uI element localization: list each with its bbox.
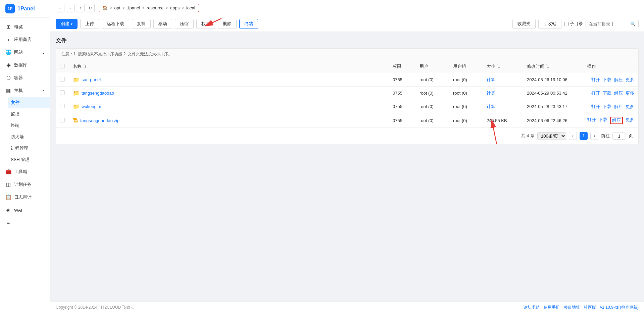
sidebar-item-audit[interactable]: 📋 日志审计 [0,191,50,204]
row3-more-link[interactable]: 更多 [626,104,634,110]
row2-open-link[interactable]: 打开 [591,90,600,96]
sidebar-item-overview[interactable]: ⊞ 概览 [0,20,50,33]
row3-size-link[interactable]: 计算 [487,104,495,109]
sidebar-item-waf[interactable]: ◈ WAF [0,204,50,216]
upload-button[interactable]: 上传 [80,19,99,29]
audit-icon: 📋 [5,194,11,200]
row2-size-link[interactable]: 计算 [487,91,495,96]
home-icon[interactable]: 🏠 [102,5,108,10]
row3-check [56,100,69,113]
recycle-button[interactable]: 回收站 [538,19,561,29]
sidebar-item-host[interactable]: ▦ 主机 ∧ [0,84,50,97]
breadcrumb-local[interactable]: local [186,5,195,10]
row2-download-link[interactable]: 下载 [603,90,611,96]
subdir-checkbox[interactable] [564,22,568,26]
breadcrumb-apps[interactable]: apps [170,5,180,10]
sort-size-icon[interactable]: ⇅ [497,64,500,69]
select-all-checkbox[interactable] [60,64,65,68]
row3-checkbox[interactable] [60,104,65,108]
row1-actions: 打开 下载 解压 更多 [583,73,638,87]
row2-decompress-link[interactable]: 解压 [614,90,623,96]
move-button[interactable]: 移动 [153,19,172,29]
copyright-text: Copyright © 2014-2024 FIT2CLOUD 飞致云 [56,305,134,310]
page-label: 页 [629,133,633,139]
up-button[interactable]: ↑ [76,4,85,12]
create-button[interactable]: 创建 ▾ [56,19,78,29]
file-name-link[interactable]: tangsengdaodao.zip [80,118,119,123]
page-goto-input[interactable] [612,133,626,140]
refresh-button[interactable]: ↻ [86,4,95,12]
breadcrumb-1panel[interactable]: 1panel [127,5,140,10]
row1-decompress-link[interactable]: 解压 [614,77,623,83]
sidebar-item-cron[interactable]: ◫ 计划任务 [0,178,50,191]
folder-icon: 📁 [73,103,80,110]
sidebar-item-toolbox[interactable]: 🧰 工具箱 [0,165,50,178]
row4-checkbox[interactable] [60,118,65,122]
back-button[interactable]: ← [56,4,64,12]
row4-download-link[interactable]: 下载 [599,117,607,124]
row4-more-link[interactable]: 更多 [626,117,634,124]
sort-name-icon[interactable]: ⇅ [83,64,87,69]
row1-checkbox[interactable] [60,77,65,82]
file-name-link[interactable]: wukongim [82,104,101,109]
page-title: 文件 [56,37,639,44]
sidebar-item-container[interactable]: ⬡ 容器 [0,71,50,84]
favorites-button[interactable]: 收藏夹 [512,19,536,29]
footer-community-link[interactable]: 社区版：v1.10.9-lts (检查更新) [584,305,639,310]
remote-download-button[interactable]: 远程下载 [102,19,129,29]
sidebar-item-more[interactable]: ≡ [0,216,50,229]
sidebar-item-file[interactable]: 文件 [8,97,50,108]
forward-button[interactable]: → [66,4,75,12]
terminal-button[interactable]: 终端 [239,19,258,29]
sidebar-item-firewall[interactable]: 防火墙 [8,131,50,143]
sidebar-item-terminal[interactable]: 终端 [8,120,50,131]
database-icon: ◉ [5,62,11,68]
goto-label: 前往 [601,133,610,139]
row3-decompress-link[interactable]: 解压 [614,104,623,110]
footer-forum-link[interactable]: 论坛求助 [524,305,540,310]
search-icon[interactable]: 🔍 [630,21,636,27]
favorites-label: 收藏夹 [517,21,531,27]
permissions-button[interactable]: 权限 [196,19,215,29]
row3-open-link[interactable]: 打开 [591,104,600,110]
row3-group: root (0) [449,100,483,113]
sort-time-icon[interactable]: ⇅ [546,64,549,69]
row1-group: root (0) [449,73,483,87]
row4-open-link[interactable]: 打开 [587,117,596,124]
sidebar-item-database[interactable]: ◉ 数据库 [0,59,50,71]
copy-button[interactable]: 复制 [132,19,151,29]
row4-decompress-link[interactable]: 解压 [610,117,623,124]
row1-size-link[interactable]: 计算 [487,77,495,82]
compress-button[interactable]: 压缩 [175,19,194,29]
row4-perm: 0755 [389,113,415,128]
page-1-button[interactable]: 1 [580,132,588,140]
next-page-button[interactable]: › [590,132,598,140]
search-box[interactable]: 🔍 [586,20,639,28]
row1-open-link[interactable]: 打开 [591,77,600,83]
sidebar-item-label: 计划任务 [14,181,32,188]
row1-download-link[interactable]: 下载 [603,77,611,83]
footer-manual-link[interactable]: 使用手册 [544,305,560,310]
row4-size: 245.55 KB [483,113,523,128]
per-page-select[interactable]: 100条/页 10条/页 20条/页 50条/页 [537,132,566,140]
sidebar-item-label: 主机 [14,88,23,94]
footer-project-link[interactable]: 项目地址 [564,305,580,310]
sidebar-item-monitor[interactable]: 监控 [8,108,50,120]
breadcrumb-opt[interactable]: opt [114,5,120,10]
sidebar-item-website[interactable]: 🌐 网站 ∨ [0,46,50,59]
sidebar-item-ssh[interactable]: SSH 管理 [8,154,50,165]
row2-checkbox[interactable] [60,90,65,95]
file-name-link[interactable]: tangsengdaodao [82,91,114,96]
search-input[interactable] [589,21,629,27]
delete-button[interactable]: 删除 [218,19,237,29]
prev-page-button[interactable]: ‹ [569,132,577,140]
row1-more-link[interactable]: 更多 [626,77,634,83]
sidebar-item-process[interactable]: 进程管理 [8,143,50,154]
sidebar-item-appstore[interactable]: ▪ 应用商店 [0,33,50,46]
file-name-link[interactable]: sun-panel [82,77,101,82]
row3-download-link[interactable]: 下载 [603,104,611,110]
sidebar-item-label: SSH 管理 [11,157,30,163]
breadcrumb-resource[interactable]: resource [147,5,164,10]
col-user-label: 用户 [419,64,428,69]
row2-more-link[interactable]: 更多 [626,90,634,96]
